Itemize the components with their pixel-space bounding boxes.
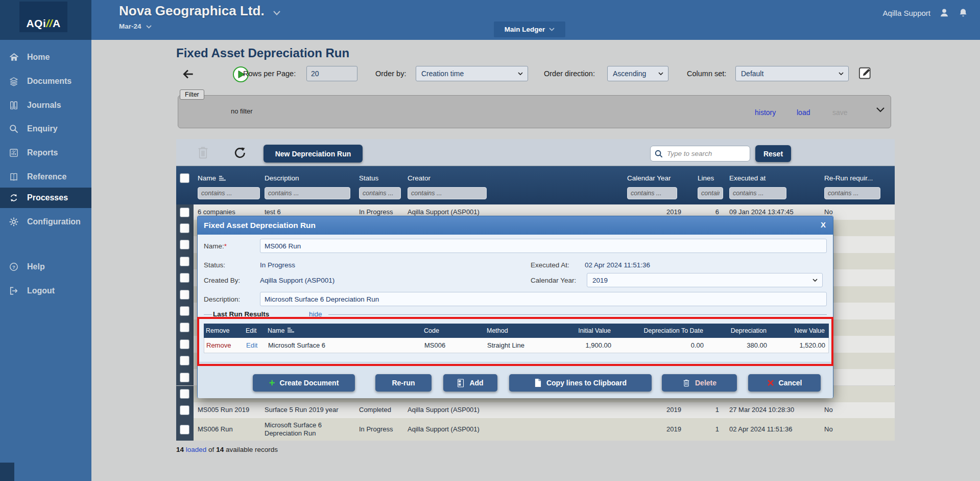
column-header-executed-at[interactable]: Executed at: [729, 173, 766, 184]
order-by-select[interactable]: Creation time: [416, 66, 528, 81]
button-label: Copy lines to Clipboard: [546, 379, 627, 387]
column-header-description[interactable]: Description: [265, 173, 299, 184]
sidebar-item-configuration[interactable]: Configuration: [0, 212, 91, 232]
sync-icon: [8, 193, 19, 203]
cell-lines: 1: [694, 402, 725, 418]
cell-status: Completed: [355, 402, 403, 418]
table-row[interactable]: MS006 RunMicrosoft Surface 6 Depreciatio…: [176, 418, 895, 441]
column-header-lines[interactable]: Lines: [698, 173, 714, 184]
cancel-button[interactable]: Cancel: [748, 374, 821, 392]
remove-link[interactable]: Remove: [206, 338, 245, 353]
select-all-checkbox[interactable]: [180, 173, 189, 183]
back-arrow-icon[interactable]: [182, 67, 195, 81]
sidebar-item-journals[interactable]: Journals: [0, 95, 91, 116]
plus-icon: +: [269, 378, 275, 388]
column-header-creator[interactable]: Creator: [408, 173, 431, 184]
copy-lines-to-clipboard-button[interactable]: Copy lines to Clipboard: [509, 374, 652, 392]
column-header-label: Status: [359, 173, 378, 184]
search-icon: [655, 150, 663, 158]
results-row[interactable]: RemoveEditMicrosoft Surface 6MS006Straig…: [204, 338, 829, 353]
bell-icon[interactable]: [958, 7, 968, 18]
row-checkbox[interactable]: [180, 290, 189, 300]
edit-link[interactable]: Edit: [246, 338, 268, 353]
column-header-status[interactable]: Status: [359, 173, 378, 184]
refresh-icon[interactable]: [233, 146, 246, 159]
column-header-re-run-requir[interactable]: Re-Run requir...: [824, 173, 873, 184]
aqilla-logo[interactable]: AQi//A: [19, 2, 67, 32]
sort-icon[interactable]: [288, 328, 294, 333]
description-field[interactable]: [260, 292, 827, 306]
sidebar-item-help[interactable]: ? Help: [0, 257, 91, 277]
column-set-select[interactable]: Default: [735, 66, 849, 81]
dialog-close-button[interactable]: X: [821, 220, 826, 229]
column-filter-status[interactable]: [359, 187, 401, 199]
sidebar-item-home[interactable]: Home: [0, 47, 91, 67]
period-selector[interactable]: Mar-24: [119, 22, 152, 30]
button-label: Delete: [695, 379, 716, 387]
calendar-year-select[interactable]: 2019: [587, 273, 823, 287]
sidebar-item-enquiry[interactable]: Enquiry: [0, 119, 91, 139]
column-header-label: Executed at: [729, 173, 766, 184]
row-checkbox[interactable]: [180, 389, 189, 399]
new-depreciation-run-label: New Depreciation Run: [275, 150, 351, 158]
row-checkbox[interactable]: [180, 373, 189, 382]
column-filter-executed-at[interactable]: [729, 187, 786, 199]
add-button[interactable]: Add: [443, 374, 497, 392]
filter-save-link[interactable]: save: [832, 108, 848, 117]
sidebar-item-reports[interactable]: Reports: [0, 143, 91, 163]
filter-expand-chevron-icon[interactable]: [876, 107, 885, 112]
search-input[interactable]: [666, 149, 746, 158]
filter-history-link[interactable]: history: [755, 108, 776, 117]
button-label: Cancel: [779, 379, 802, 387]
available-count: 14: [216, 446, 224, 453]
dialog-title-bar[interactable]: Fixed Asset Depreciation Run: [198, 216, 833, 235]
row-checkbox[interactable]: [180, 208, 189, 217]
row-checkbox[interactable]: [180, 257, 189, 266]
sidebar-item-label: Processes: [27, 193, 68, 202]
results-column-new-value: New Value: [768, 324, 825, 338]
sidebar-item-documents[interactable]: Documents: [0, 71, 91, 91]
row-checkbox[interactable]: [180, 306, 189, 316]
filter-load-link[interactable]: load: [797, 108, 810, 117]
home-icon: [8, 52, 19, 62]
column-filter-description[interactable]: [265, 187, 350, 199]
row-checkbox[interactable]: [180, 356, 189, 365]
delete-button[interactable]: Delete: [662, 374, 737, 392]
row-checkbox[interactable]: [180, 240, 189, 249]
reset-button[interactable]: Reset: [755, 145, 791, 162]
column-filter-lines[interactable]: [698, 187, 723, 199]
row-checkbox[interactable]: [180, 273, 189, 283]
column-header-name[interactable]: Name: [198, 173, 226, 184]
row-checkbox[interactable]: [180, 405, 189, 415]
cell-executed-at: 27 Mar 2024 10:28:30: [725, 402, 820, 418]
rows-per-page-input[interactable]: [306, 66, 357, 81]
column-filter-re-run-requir[interactable]: [824, 187, 880, 199]
column-filter-name[interactable]: [198, 187, 260, 199]
sort-icon[interactable]: [219, 176, 226, 181]
column-filter-calendar-year[interactable]: [627, 187, 677, 199]
column-header-calendar-year[interactable]: Calendar Year: [627, 173, 671, 184]
sidebar-item-reference[interactable]: Reference: [0, 167, 91, 187]
row-checkbox[interactable]: [180, 339, 189, 349]
create-document-button[interactable]: +Create Document: [253, 374, 355, 392]
user-icon[interactable]: [939, 7, 950, 18]
period-label: Mar-24: [119, 22, 141, 30]
trash-icon[interactable]: [196, 145, 210, 160]
new-depreciation-run-button[interactable]: New Depreciation Run: [264, 145, 363, 163]
name-field[interactable]: [260, 239, 827, 253]
row-checkbox[interactable]: [180, 223, 189, 233]
sidebar-item-processes[interactable]: Processes: [0, 188, 91, 208]
ledger-selector[interactable]: Main Ledger: [494, 21, 565, 37]
user-name[interactable]: Aqilla Support: [883, 9, 930, 17]
company-selector[interactable]: Nova Geographica Ltd.: [119, 3, 280, 19]
table-row[interactable]: MS005 Run 2019Surface 5 Run 2019 yearCom…: [176, 402, 895, 418]
hide-link[interactable]: hide: [309, 310, 322, 318]
row-checkbox[interactable]: [180, 323, 189, 332]
row-checkbox[interactable]: [180, 425, 189, 434]
column-filter-creator[interactable]: [408, 187, 487, 199]
order-direction-select[interactable]: Ascending: [607, 66, 668, 81]
re-run-button[interactable]: Re-run: [375, 374, 432, 392]
edit-column-set-icon[interactable]: [858, 65, 873, 80]
results-cell-initial-value: 1,900.00: [534, 338, 611, 353]
sidebar-item-logout[interactable]: Logout: [0, 281, 91, 301]
